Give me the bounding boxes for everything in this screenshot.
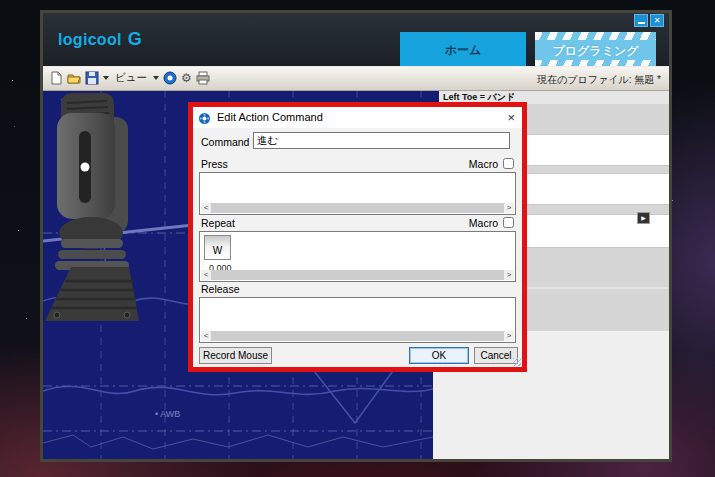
new-profile-icon[interactable] — [49, 71, 63, 85]
repeat-keystroke-area[interactable]: W 0.000 < > — [199, 231, 516, 282]
toolbar-left-group: ビュー ⚙ — [49, 71, 210, 85]
cancel-button[interactable]: Cancel — [474, 347, 518, 364]
row-expand-button[interactable]: ▶ — [637, 212, 650, 224]
minimize-icon — [638, 22, 645, 24]
printer-icon[interactable] — [196, 71, 210, 85]
brand-logo: logicoolG — [58, 29, 142, 50]
dialog-title: Edit Action Command — [217, 107, 323, 128]
command-name-input[interactable] — [253, 132, 510, 149]
minimize-button[interactable] — [634, 14, 648, 27]
joystick-device-image — [43, 91, 143, 323]
release-scrollbar[interactable]: < > — [201, 331, 514, 341]
stripe-decoration-top — [535, 32, 656, 40]
key-w-cap[interactable]: W — [204, 235, 231, 260]
resize-grip[interactable] — [513, 358, 521, 366]
save-dropdown-arrow[interactable] — [103, 76, 109, 80]
settings-gear-icon[interactable]: ⚙ — [181, 71, 192, 85]
dialog-title-bar[interactable]: Edit Action Command × — [193, 107, 522, 128]
dialog-app-icon — [198, 111, 211, 129]
scroll-left-arrow[interactable]: < — [201, 331, 211, 341]
brand-text: logicool — [58, 31, 122, 48]
scroll-thumb[interactable] — [211, 270, 504, 280]
title-bar: logicoolG ホーム プログラミング ✕ — [43, 13, 669, 66]
press-macro-label: Macro — [469, 158, 498, 170]
press-macro-checkbox[interactable] — [503, 158, 514, 169]
home-tab[interactable]: ホーム — [400, 32, 526, 68]
record-mouse-button[interactable]: Record Mouse — [199, 347, 272, 364]
view-menu[interactable]: ビュー — [115, 71, 147, 85]
g-logo-icon: G — [128, 29, 142, 49]
scroll-thumb[interactable] — [211, 331, 504, 341]
press-scrollbar[interactable]: < > — [201, 203, 514, 213]
programming-tab-label: プログラミング — [535, 43, 656, 60]
scroll-left-arrow[interactable]: < — [201, 270, 211, 280]
toolbar: ビュー ⚙ 現在のプロファイル: 無題 * — [43, 66, 669, 91]
scroll-right-arrow[interactable]: > — [504, 270, 514, 280]
programming-tab[interactable]: プログラミング — [535, 32, 656, 68]
ok-button[interactable]: OK — [409, 347, 469, 364]
view-dropdown-arrow[interactable] — [153, 76, 159, 80]
repeat-macro-checkbox[interactable] — [503, 217, 514, 228]
scroll-thumb[interactable] — [211, 203, 504, 213]
desktop-stars — [12, 80, 13, 81]
repeat-macro-label: Macro — [469, 217, 498, 229]
dialog-close-icon[interactable]: × — [507, 107, 515, 128]
save-icon[interactable] — [85, 71, 99, 85]
current-profile-status: 現在のプロファイル: 無題 * — [537, 73, 661, 87]
repeat-section-label: Repeat — [201, 217, 235, 229]
press-section-label: Press — [201, 158, 228, 170]
release-section-label: Release — [201, 283, 240, 295]
map-label-awb: • AWB — [155, 409, 180, 419]
press-keystroke-area[interactable]: < > — [199, 172, 516, 215]
scroll-left-arrow[interactable]: < — [201, 203, 211, 213]
desktop: logicoolG ホーム プログラミング ✕ — [0, 0, 715, 477]
scroll-right-arrow[interactable]: > — [504, 203, 514, 213]
release-keystroke-area[interactable]: < > — [199, 297, 516, 343]
open-folder-icon[interactable] — [67, 71, 81, 85]
g-badge-icon[interactable] — [163, 71, 177, 85]
edit-action-command-dialog: Edit Action Command × Command Name Press… — [188, 102, 527, 372]
scroll-right-arrow[interactable]: > — [504, 331, 514, 341]
repeat-scrollbar[interactable]: < > — [201, 270, 514, 280]
close-button[interactable]: ✕ — [650, 14, 664, 27]
